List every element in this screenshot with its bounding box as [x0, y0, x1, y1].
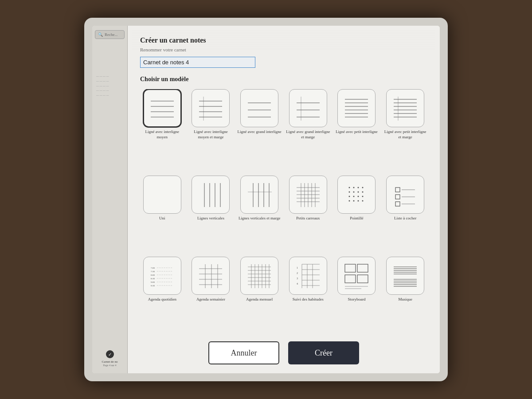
svg-point-49: [353, 187, 355, 188]
device-screen: 🔍 Reche... — — — — — — — — — — — — — — —…: [92, 26, 440, 373]
sidebar-current-notebook[interactable]: ✓ Carnet de no Page 4 sur 4: [95, 349, 125, 369]
template-thumb-agenda-semainier: [192, 257, 230, 295]
template-label-verticales-marge: Lignes verticales et marge: [239, 216, 281, 221]
svg-text:7:00: 7:00: [151, 267, 155, 269]
template-thumb-uni: [143, 176, 181, 214]
template-label-lignes-petit-marge: Ligné avec petit interligne et marge: [383, 129, 427, 140]
svg-rect-68: [395, 202, 400, 206]
template-thumb-agenda-mensuel: [240, 257, 278, 295]
template-pointille[interactable]: Pointillé: [335, 176, 379, 253]
device-frame: 🔍 Reche... — — — — — — — — — — — — — — —…: [84, 18, 448, 381]
template-thumb-lignes-petit: [337, 89, 376, 127]
template-thumb-lignes-petit-marge: [386, 89, 424, 127]
template-musique[interactable]: Musique: [383, 257, 427, 334]
template-lignes-grand-marge[interactable]: Ligné avec grand interligne et marge: [286, 89, 330, 172]
template-label-agenda-quotidien: Agenda quotidien: [148, 297, 176, 302]
template-checklist[interactable]: Liste à cocher: [383, 176, 427, 253]
svg-rect-66: [395, 195, 400, 199]
template-label-lignes-moyen: Ligné avec interligne moyen: [140, 129, 184, 140]
template-thumb-carreaux: [289, 176, 327, 214]
svg-rect-113: [345, 264, 356, 272]
template-thumb-agenda-quotidien: 7:00 7:30 8:00 8:30 9:00 9:30: [143, 257, 181, 295]
cancel-button[interactable]: Annuler: [208, 341, 279, 364]
svg-point-57: [353, 196, 355, 197]
template-verticales[interactable]: Lignes verticales: [189, 176, 233, 253]
dialog-subtitle: Renommer votre carnet: [140, 47, 427, 52]
svg-point-55: [362, 191, 364, 192]
template-thumb-suivi-habitudes: 1 2 3 4: [289, 257, 327, 295]
template-label-checklist: Liste à cocher: [394, 216, 416, 221]
check-icon: ✓: [106, 350, 114, 358]
template-label-verticales: Lignes verticales: [197, 216, 224, 221]
create-button[interactable]: Créer: [288, 341, 359, 364]
svg-rect-115: [345, 275, 356, 283]
template-label-storyboard: Storyboard: [348, 297, 365, 302]
template-section-title: Choisir un modèle: [140, 76, 427, 83]
template-thumb-pointille: [337, 176, 376, 214]
svg-text:3: 3: [297, 277, 298, 280]
template-thumb-lignes-grand: [240, 89, 278, 127]
template-lignes-moyen[interactable]: Ligné avec interligne moyen: [140, 89, 184, 172]
template-label-lignes-grand-marge: Ligné avec grand interligne et marge: [286, 129, 330, 140]
svg-text:8:00: 8:00: [151, 274, 155, 276]
search-bar[interactable]: 🔍 Reche...: [95, 30, 125, 39]
svg-point-54: [358, 191, 359, 192]
template-label-lignes-petit: Ligné avec petit interligne: [336, 129, 378, 135]
template-lignes-moyen-marge[interactable]: Ligné avec interligne moyen et marge: [189, 89, 233, 172]
svg-point-53: [353, 191, 355, 192]
template-verticales-marge[interactable]: Lignes verticales et marge: [237, 176, 282, 253]
svg-rect-64: [395, 188, 400, 192]
dialog-footer: Annuler Créer: [140, 334, 427, 364]
template-suivi-habitudes[interactable]: 1 2 3 4 Suivi des habitudes: [286, 257, 330, 334]
svg-text:2: 2: [297, 272, 298, 274]
svg-rect-116: [357, 275, 368, 283]
svg-point-62: [358, 200, 359, 201]
template-lignes-grand[interactable]: Ligné avec grand interligne: [237, 89, 282, 172]
svg-text:9:00: 9:00: [151, 281, 155, 283]
svg-point-63: [362, 200, 364, 201]
template-lignes-petit-marge[interactable]: Ligné avec petit interligne et marge: [383, 89, 427, 172]
search-icon: 🔍: [98, 32, 103, 37]
template-carreaux[interactable]: Petits carreaux: [286, 176, 330, 253]
search-label: Reche...: [105, 32, 117, 37]
template-thumb-lignes-moyen: [143, 89, 181, 127]
dialog-title: Créer un carnet notes: [140, 36, 427, 44]
template-thumb-checklist: [386, 176, 424, 214]
svg-rect-114: [357, 264, 368, 272]
notebook-name-input[interactable]: [140, 57, 255, 68]
svg-point-52: [349, 191, 350, 192]
svg-text:1: 1: [297, 266, 298, 269]
template-agenda-quotidien[interactable]: 7:00 7:30 8:00 8:30 9:00 9:30: [140, 257, 184, 334]
template-label-suivi-habitudes: Suivi des habitudes: [293, 297, 324, 302]
template-thumb-lignes-moyen-marge: [192, 89, 230, 127]
template-label-agenda-mensuel: Agenda mensuel: [246, 297, 273, 302]
svg-point-56: [349, 196, 350, 197]
svg-point-59: [362, 196, 364, 197]
template-agenda-mensuel[interactable]: Agenda mensuel: [237, 257, 282, 334]
svg-text:9:30: 9:30: [151, 285, 155, 287]
sidebar-notes-list: — — — — — — — — — — — — — — — — — — — —: [95, 73, 125, 99]
svg-point-48: [349, 187, 350, 188]
template-thumb-verticales-marge: [240, 176, 278, 214]
template-label-uni: Uni: [159, 216, 165, 221]
svg-text:7:30: 7:30: [151, 270, 155, 273]
template-label-lignes-moyen-marge: Ligné avec interligne moyen et marge: [189, 129, 233, 140]
svg-text:4: 4: [297, 282, 298, 285]
svg-point-50: [358, 187, 359, 188]
template-thumb-storyboard: [337, 257, 376, 295]
page-info: Page 4 sur 4: [103, 364, 117, 368]
template-uni[interactable]: Uni: [140, 176, 184, 253]
svg-point-61: [353, 200, 355, 201]
template-storyboard[interactable]: Storyboard: [335, 257, 379, 334]
template-label-lignes-grand: Ligné avec grand interligne: [238, 129, 282, 135]
template-lignes-petit[interactable]: Ligné avec petit interligne: [335, 89, 379, 172]
notebook-label: Carnet de no: [102, 360, 118, 364]
svg-point-51: [362, 187, 364, 188]
svg-point-60: [349, 200, 350, 201]
create-notebook-dialog: Créer un carnet notes Renommer votre car…: [128, 26, 440, 373]
sidebar: 🔍 Reche... — — — — — — — — — — — — — — —…: [92, 26, 128, 373]
svg-point-58: [358, 196, 359, 197]
template-agenda-semainier[interactable]: Agenda semainier: [189, 257, 233, 334]
main-content: Créer un carnet notes Renommer votre car…: [128, 26, 440, 373]
template-label-musique: Musique: [398, 297, 412, 302]
